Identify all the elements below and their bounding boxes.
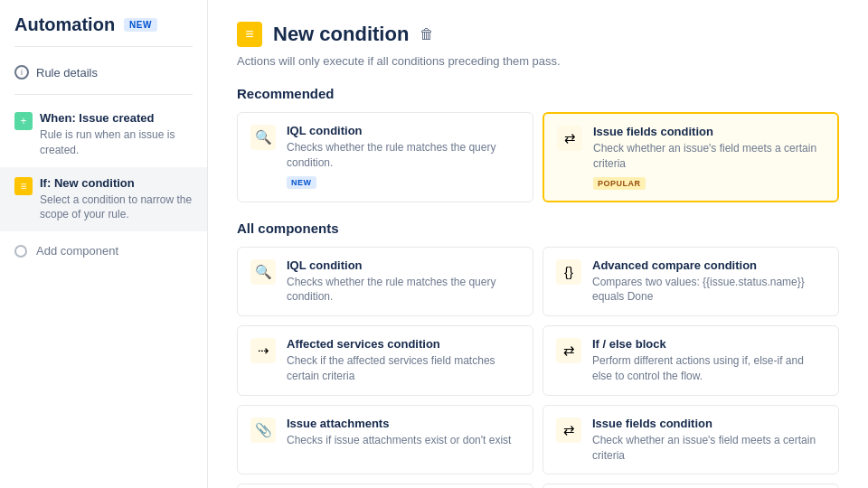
sidebar-divider xyxy=(14,46,193,47)
recommended-cards-grid: 🔍 IQL condition Checks whether the rule … xyxy=(237,112,839,202)
card-affected-services-icon: ⇢ xyxy=(250,338,276,363)
new-condition-desc: Select a condition to narrow the scope o… xyxy=(40,192,193,223)
sidebar: Automation NEW i Rule details + When: Is… xyxy=(0,0,208,488)
new-condition-icon: ≡ xyxy=(14,177,33,195)
card-if-else-title: If / else block xyxy=(592,337,826,351)
card-iql-all-desc: Checks whether the rule matches the quer… xyxy=(287,275,520,305)
card-issue-fields-all-desc: Check whether an issue's field meets a c… xyxy=(592,433,826,464)
card-iql-recommended-desc: Checks whether the rule matches the quer… xyxy=(287,140,520,171)
add-component-row[interactable]: Add component xyxy=(0,235,207,267)
main-title: New condition xyxy=(273,23,409,46)
card-issue-attachments-title: Issue attachments xyxy=(287,417,520,430)
card-issue-fields-recommended-title: Issue fields condition xyxy=(593,125,825,138)
all-components-cards-grid: 🔍 IQL condition Checks whether the rule … xyxy=(237,247,839,488)
card-if-else-icon: ⇄ xyxy=(556,338,581,363)
card-advanced-compare-body: Advanced compare condition Compares two … xyxy=(592,258,826,305)
main-header: ≡ New condition 🗑 xyxy=(237,22,839,47)
card-issue-attachments[interactable]: 📎 Issue attachments Checks if issue atta… xyxy=(237,405,533,475)
sidebar-item-new-condition[interactable]: ≡ If: New condition Select a condition t… xyxy=(0,167,207,232)
card-issue-fields-recommended-badge: POPULAR xyxy=(593,177,646,190)
card-issue-fields-recommended-body: Issue fields condition Check whether an … xyxy=(593,125,825,190)
card-iql-all-icon: 🔍 xyxy=(250,259,276,285)
main-content: ≡ New condition 🗑 Actions will only exec… xyxy=(208,0,868,488)
trash-icon[interactable]: 🗑 xyxy=(420,26,434,42)
card-related-issues[interactable]: ✏ Related issues condition Check if rela… xyxy=(542,483,839,488)
sidebar-title-text: Automation xyxy=(14,14,115,35)
card-advanced-compare[interactable]: {} Advanced compare condition Compares t… xyxy=(542,247,839,317)
card-affected-services[interactable]: ⇢ Affected services condition Check if t… xyxy=(237,325,533,396)
rule-details-label: Rule details xyxy=(36,66,98,80)
rule-details-icon: i xyxy=(14,65,29,80)
card-issue-fields-all-icon: ⇄ xyxy=(556,418,581,443)
add-component-label: Add component xyxy=(36,244,118,258)
card-issue-fields-recommended[interactable]: ⇄ Issue fields condition Check whether a… xyxy=(542,112,839,202)
card-issue-fields-recommended-icon: ⇄ xyxy=(557,126,582,151)
new-condition-content: If: New condition Select a condition to … xyxy=(40,176,193,223)
main-subtitle: Actions will only execute if all conditi… xyxy=(237,54,839,68)
sidebar-title: Automation NEW xyxy=(0,14,207,46)
add-component-dot xyxy=(14,245,27,258)
issue-created-title: When: Issue created xyxy=(40,111,193,125)
issue-created-desc: Rule is run when an issue is created. xyxy=(40,127,193,158)
issue-created-icon: + xyxy=(14,112,33,130)
all-components-section-title: All components xyxy=(237,221,839,236)
main-header-icon: ≡ xyxy=(237,22,262,47)
card-if-else-desc: Perform different actions using if, else… xyxy=(592,353,826,384)
rule-details-item[interactable]: i Rule details xyxy=(0,58,207,87)
card-iql-all-body: IQL condition Checks whether the rule ma… xyxy=(287,258,520,305)
card-issue-attachments-icon: 📎 xyxy=(250,418,276,443)
card-iql-recommended-badge: NEW xyxy=(287,176,316,189)
card-iql-recommended-title: IQL condition xyxy=(287,124,520,137)
new-condition-title: If: New condition xyxy=(40,176,193,190)
card-if-else-body: If / else block Perform different action… xyxy=(592,337,826,384)
card-issue-fields-all[interactable]: ⇄ Issue fields condition Check whether a… xyxy=(542,405,839,475)
card-issue-fields-all-title: Issue fields condition xyxy=(592,417,826,430)
card-advanced-compare-icon: {} xyxy=(556,259,581,285)
card-affected-services-desc: Check if the affected services field mat… xyxy=(287,353,520,384)
card-iql-condition-recommended[interactable]: 🔍 IQL condition Checks whether the rule … xyxy=(237,112,533,202)
card-iql-recommended-body: IQL condition Checks whether the rule ma… xyxy=(287,124,520,189)
card-advanced-compare-title: Advanced compare condition xyxy=(592,258,826,272)
card-iql-recommended-icon: 🔍 xyxy=(250,125,276,150)
card-affected-services-title: Affected services condition xyxy=(287,337,520,351)
card-affected-services-body: Affected services condition Check if the… xyxy=(287,337,520,384)
card-issue-attachments-body: Issue attachments Checks if issue attach… xyxy=(287,417,520,448)
new-badge: NEW xyxy=(124,18,157,32)
card-advanced-compare-desc: Compares two values: {{issue.status.name… xyxy=(592,275,826,305)
card-issue-fields-all-body: Issue fields condition Check whether an … xyxy=(592,417,826,464)
issue-created-content: When: Issue created Rule is run when an … xyxy=(40,111,193,158)
card-issue-fields-recommended-desc: Check whether an issue's field meets a c… xyxy=(593,141,825,172)
sidebar-item-issue-created[interactable]: + When: Issue created Rule is run when a… xyxy=(0,102,207,167)
card-iql-condition-all[interactable]: 🔍 IQL condition Checks whether the rule … xyxy=(237,247,533,317)
recommended-section-title: Recommended xyxy=(237,86,839,101)
sidebar-divider2 xyxy=(14,94,193,95)
card-iql-all-title: IQL condition xyxy=(287,258,520,272)
card-issue-attachments-desc: Checks if issue attachments exist or don… xyxy=(287,433,520,448)
card-if-else-block[interactable]: ⇄ If / else block Perform different acti… xyxy=(542,325,839,396)
card-jql-condition[interactable]: 🔍 JQL condition Checks if issue matches … xyxy=(237,483,533,488)
